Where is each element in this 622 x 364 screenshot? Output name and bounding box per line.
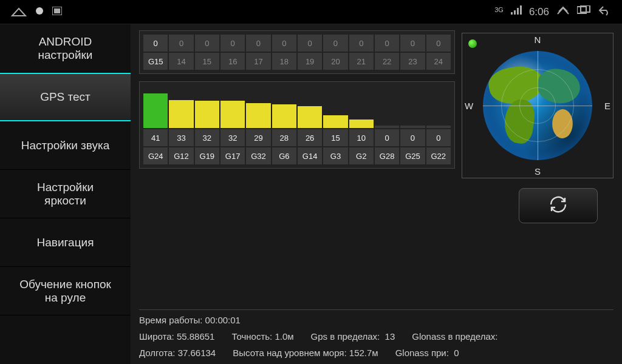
glonass-snr-value: 41 <box>143 129 168 146</box>
snr-bar <box>426 126 451 128</box>
glonass-locked: Glonass при: 0 <box>395 348 459 358</box>
gps-sat-id: 19 <box>298 53 322 70</box>
gps-sat-id: G15 <box>143 53 168 70</box>
svg-rect-4 <box>511 12 513 15</box>
svg-rect-5 <box>514 10 516 15</box>
gps-sat-id: 15 <box>195 53 219 70</box>
gps-in-view: Gps в пределах: 13 <box>311 331 395 342</box>
sidebar-item-label: Настройки звука <box>21 139 110 152</box>
snr-bar <box>272 104 296 128</box>
svg-rect-0 <box>12 15 26 16</box>
settings-sidebar: ANDROID настройки GPS тест Настройки зву… <box>0 24 131 364</box>
recent-apps-icon[interactable] <box>577 5 590 18</box>
gps-status-readout: Время работы: 00:00:01 Широта: 55.88651 … <box>139 309 613 358</box>
sidebar-item-brightness[interactable]: Настройки яркости <box>0 170 131 218</box>
gps-sat-id: 24 <box>426 53 451 70</box>
gps-snr-value: 0 <box>195 35 219 52</box>
glonass-sat-id: G22 <box>426 147 451 164</box>
chevron-up-icon[interactable] <box>556 5 570 18</box>
gps-snr-value: 0 <box>426 35 451 52</box>
sidebar-item-label: Настройки яркости <box>37 181 94 207</box>
glonass-snr-value: 26 <box>298 129 322 146</box>
gps-signal-table: 000000000000 G151415161718192021222324 <box>139 30 455 74</box>
gps-test-panel: 000000000000 G151415161718192021222324 4… <box>131 24 622 364</box>
accuracy: Точность: 1.0м <box>231 331 293 342</box>
sidebar-item-navigation[interactable]: Навигация <box>0 218 131 267</box>
glonass-sat-id: G19 <box>195 147 219 164</box>
glonass-sat-id: G14 <box>298 147 322 164</box>
glonass-snr-value: 10 <box>349 129 374 146</box>
altitude: Высота над уровнем моря: 152.7м <box>233 348 378 358</box>
glonass-sat-id: G25 <box>400 147 425 164</box>
sidebar-item-gps-test[interactable]: GPS тест <box>0 73 131 121</box>
longitude: Долгота: 37.66134 <box>139 348 216 358</box>
snr-bar <box>143 93 168 128</box>
snr-bar <box>349 120 374 128</box>
svg-rect-6 <box>517 8 519 15</box>
snr-bar <box>169 100 193 128</box>
gps-snr-value: 0 <box>349 35 374 52</box>
sidebar-item-swc[interactable]: Обучение кнопок на руле <box>0 267 131 315</box>
back-icon[interactable] <box>598 5 611 19</box>
gps-sat-id: 14 <box>169 53 193 70</box>
clock: 6:06 <box>529 6 549 18</box>
svg-rect-3 <box>54 8 60 13</box>
svg-point-1 <box>36 7 43 15</box>
gps-snr-value: 0 <box>375 35 399 52</box>
gps-snr-value: 0 <box>272 35 296 52</box>
glonass-snr-value: 0 <box>426 129 451 146</box>
compass-n: N <box>535 35 541 45</box>
gps-sat-id: 22 <box>375 53 399 70</box>
snr-bar <box>195 101 219 128</box>
glonass-signal-table: 413332322928261510000 G24G12G19G17G32G6G… <box>139 81 455 169</box>
gps-sat-id: 21 <box>349 53 374 70</box>
globe-icon <box>483 51 592 160</box>
glonass-sat-id: G28 <box>375 147 399 164</box>
glonass-in-view: Glonass в пределах: <box>412 331 497 342</box>
glonass-sat-id: G6 <box>272 147 296 164</box>
glonass-sat-id: G3 <box>323 147 347 164</box>
compass-w: W <box>465 101 473 111</box>
gps-lock-led-icon <box>468 39 477 48</box>
sidebar-item-label: Навигация <box>37 236 94 249</box>
sidebar-item-android-settings[interactable]: ANDROID настройки <box>0 24 131 73</box>
snr-bar <box>323 115 347 128</box>
android-status-bar: 3G 6:06 <box>0 0 622 24</box>
snr-bar <box>220 101 245 128</box>
svg-rect-7 <box>520 5 522 15</box>
sidebar-item-label: Обучение кнопок на руле <box>19 278 111 305</box>
sidebar-item-label: ANDROID настройки <box>38 35 93 62</box>
runtime: Время работы: 00:00:01 <box>139 315 241 325</box>
gps-snr-value: 0 <box>400 35 425 52</box>
glonass-snr-value: 15 <box>323 129 347 146</box>
refresh-button[interactable] <box>519 188 598 223</box>
gps-snr-value: 0 <box>298 35 322 52</box>
glonass-sat-id: G17 <box>220 147 245 164</box>
sidebar-item-sound[interactable]: Настройки звука <box>0 121 131 170</box>
glonass-sat-id: G24 <box>143 147 168 164</box>
gps-snr-value: 0 <box>323 35 347 52</box>
glonass-sat-id: G12 <box>169 147 193 164</box>
glonass-sat-id: G32 <box>246 147 270 164</box>
compass-e: E <box>604 101 610 111</box>
glonass-snr-value: 0 <box>375 129 399 146</box>
gps-snr-value: 0 <box>246 35 270 52</box>
sidebar-item-label: GPS тест <box>40 90 91 104</box>
snr-bar <box>400 126 425 128</box>
gps-sat-id: 18 <box>272 53 296 70</box>
snr-bar <box>246 103 270 128</box>
glonass-snr-value: 32 <box>195 129 219 146</box>
record-icon <box>35 7 44 18</box>
glonass-sat-id: G2 <box>349 147 374 164</box>
gps-sat-id: 20 <box>323 53 347 70</box>
screenshot-icon <box>52 7 62 18</box>
gps-sat-id: 16 <box>220 53 245 70</box>
gps-snr-value: 0 <box>220 35 245 52</box>
gps-snr-value: 0 <box>143 35 168 52</box>
gps-snr-value: 0 <box>169 35 193 52</box>
signal-strength-icon <box>511 5 522 18</box>
network-type-label: 3G <box>494 6 504 13</box>
snr-bar <box>298 106 322 128</box>
snr-bar <box>375 126 399 128</box>
glonass-snr-value: 32 <box>220 129 245 146</box>
